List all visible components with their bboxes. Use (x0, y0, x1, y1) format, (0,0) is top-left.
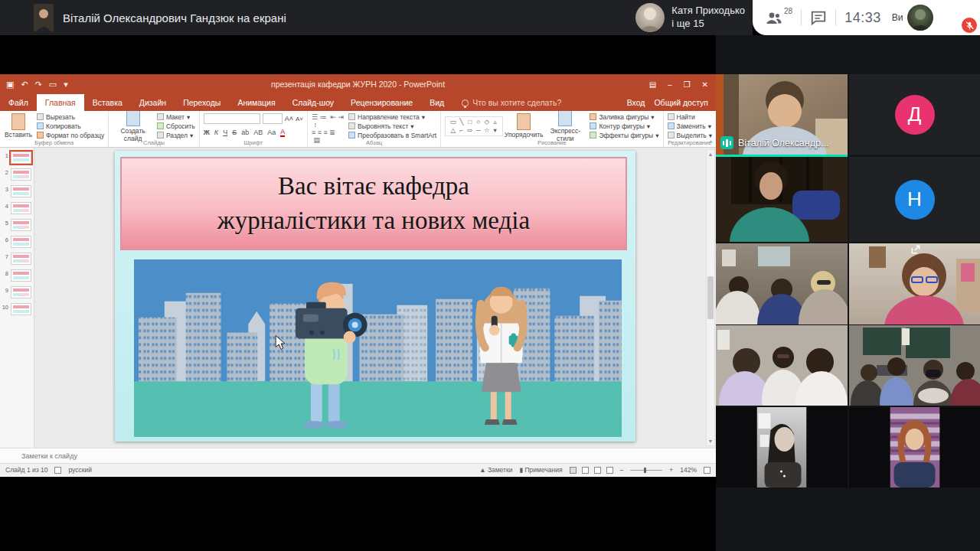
video-tile-girl-curtain[interactable] (849, 407, 980, 487)
scroll-down-icon[interactable]: ▼ (708, 439, 714, 444)
align-text-button[interactable]: Выровнять текст ▾ (348, 122, 436, 130)
slide-thumbnail-1[interactable]: 1 (2, 152, 34, 164)
tab-design[interactable]: Дизайн (131, 94, 175, 111)
redo-icon[interactable]: ↷ (35, 80, 42, 90)
spellcheck-icon[interactable] (54, 467, 61, 474)
font-name-box[interactable] (204, 113, 260, 124)
current-slide[interactable]: Вас вітає кафедра журналістики та нових … (115, 151, 635, 442)
tab-animations[interactable]: Анимация (229, 94, 283, 111)
slideshow-icon[interactable]: ▭ (49, 80, 57, 90)
qat-dropdown-icon[interactable]: ▾ (64, 80, 68, 90)
font-color-button[interactable]: А (280, 128, 285, 137)
tab-insert[interactable]: Вставка (84, 94, 131, 111)
select-button[interactable]: Выделить ▾ (668, 132, 713, 139)
new-slide-button[interactable]: Создать слайд (113, 111, 153, 142)
bold-button[interactable]: Ж (204, 129, 210, 136)
scroll-up-icon[interactable]: ▲ (708, 152, 714, 157)
notes-toggle[interactable]: ▲ Заметки (479, 466, 512, 474)
tab-home[interactable]: Главная (37, 94, 84, 111)
paste-button[interactable]: Вставить (4, 113, 33, 139)
tab-slideshow[interactable]: Слайд-шоу (284, 94, 342, 111)
slide-thumbnail-8[interactable]: 8 (2, 269, 34, 282)
language-indicator[interactable]: русский (68, 466, 92, 474)
arrange-button[interactable]: Упорядочить (507, 113, 541, 139)
tab-review[interactable]: Рецензирование (342, 94, 421, 111)
ribbon-options-icon[interactable]: ▤ (649, 80, 656, 89)
shape-fill-button[interactable]: Заливка фигуры ▾ (590, 113, 658, 121)
notes-pane[interactable]: Заметки к слайду (0, 448, 716, 463)
tab-file[interactable]: Файл (0, 94, 37, 111)
quick-styles-button[interactable]: Экспресс-стили (544, 111, 586, 142)
restore-icon[interactable]: ❐ (684, 80, 691, 89)
save-icon[interactable]: ▣ (6, 80, 14, 90)
collapse-ribbon-icon[interactable]: ˄ (709, 139, 713, 145)
copy-button[interactable]: Копировать (37, 122, 104, 130)
underline-button[interactable]: Ч (223, 129, 227, 136)
layout-button[interactable]: Макет ▾ (157, 113, 195, 121)
zoom-level[interactable]: 142% (680, 466, 697, 474)
video-tile-vitaliy[interactable]: Віталій Олександр... (716, 74, 848, 155)
participants-overflow-pill[interactable]: Катя Приходько і ще 15 (635, 3, 745, 32)
slide-thumbnail-7[interactable]: 7 (2, 253, 34, 265)
close-icon[interactable]: ✕ (702, 80, 708, 89)
fit-to-window-icon[interactable] (704, 467, 710, 474)
slide-title-box[interactable]: Вас вітає кафедра журналістики та нових … (120, 157, 627, 250)
undo-icon[interactable]: ↶ (21, 80, 28, 90)
video-tile-group[interactable] (716, 243, 848, 324)
zoom-slider[interactable] (630, 470, 662, 471)
slide-thumbnail-10[interactable]: 10 (2, 303, 34, 315)
reading-view-icon[interactable] (594, 467, 601, 474)
zoom-in-icon[interactable]: + (669, 466, 673, 474)
change-case-button[interactable]: Аа (267, 129, 276, 136)
video-tile-students-close[interactable] (716, 325, 848, 406)
slide-illustration[interactable] (134, 259, 622, 436)
section-button[interactable]: Раздел ▾ (157, 132, 195, 139)
strikethrough-button[interactable]: S (232, 129, 237, 136)
slide-thumbnail-3[interactable]: 3 (2, 185, 34, 197)
sign-in-link[interactable]: Вход (627, 98, 645, 107)
tab-view[interactable]: Вид (421, 94, 452, 111)
chat-button[interactable] (810, 9, 827, 26)
slide-thumbnail-2[interactable]: 2 (2, 168, 34, 181)
self-avatar[interactable] (907, 5, 933, 31)
video-tile-classroom[interactable] (849, 325, 980, 406)
minimize-icon[interactable]: – (668, 80, 672, 89)
slideshow-view-icon[interactable] (606, 467, 613, 474)
shape-outline-button[interactable]: Контур фигуры ▾ (590, 122, 658, 130)
slide-thumbnail-5[interactable]: 5 (2, 219, 34, 231)
italic-button[interactable]: К (214, 129, 218, 136)
video-tile-woman-glasses[interactable] (849, 243, 980, 324)
tab-transitions[interactable]: Переходы (175, 94, 229, 111)
cut-button[interactable]: Вырезать (37, 113, 104, 121)
vertical-scrollbar[interactable]: ▲ ▼ (706, 149, 715, 446)
video-tile-woman-teal[interactable] (716, 157, 848, 242)
smartart-button[interactable]: Преобразовать в SmartArt (348, 132, 436, 139)
char-spacing-button[interactable]: АВ (253, 129, 263, 136)
shape-effects-button[interactable]: Эффекты фигуры ▾ (590, 132, 658, 139)
find-button[interactable]: Найти (668, 113, 713, 121)
grow-font-icon[interactable]: A˄ (285, 115, 293, 122)
reset-button[interactable]: Сбросить (157, 122, 195, 130)
video-tile-girl-bw[interactable] (716, 407, 848, 487)
format-painter-button[interactable]: Формат по образцу (37, 132, 104, 139)
slide-thumbnail-9[interactable]: 9 (2, 286, 34, 298)
zoom-out-icon[interactable]: – (620, 466, 624, 474)
letter-tile-n[interactable]: Н (849, 157, 980, 242)
font-size-box[interactable] (263, 113, 283, 124)
slide-thumbnail-6[interactable]: 6 (2, 236, 34, 248)
replace-button[interactable]: Заменить ▾ (668, 122, 713, 130)
text-direction-button[interactable]: Направление текста ▾ (348, 113, 436, 121)
scrollbar-thumb[interactable] (707, 276, 714, 319)
presenter-video-thumbnail[interactable] (34, 4, 54, 32)
letter-tile-d[interactable]: Д (849, 74, 980, 155)
shrink-font-icon[interactable]: A˅ (296, 116, 303, 122)
comments-toggle[interactable]: ▮ Примечания (519, 466, 562, 474)
normal-view-icon[interactable] (570, 467, 577, 474)
list-buttons[interactable]: ☰ ≔ ⇤ ⇥ ↕ (312, 113, 345, 129)
share-button[interactable]: Общий доступ (654, 98, 708, 107)
shapes-gallery[interactable]: ▭╲□○◇▵ △⌐⇨─☆▾ (445, 116, 503, 136)
participants-button[interactable]: 28 (765, 8, 792, 27)
tell-me-search[interactable]: Что вы хотите сделать? (452, 94, 570, 111)
text-shadow-button[interactable]: ab (241, 129, 249, 136)
slide-sorter-icon[interactable] (582, 467, 589, 474)
